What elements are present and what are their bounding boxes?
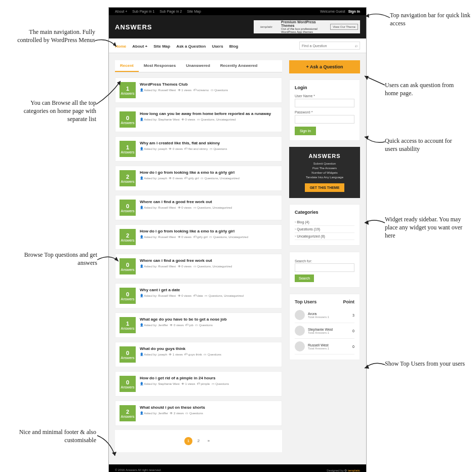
footer-designed: Designed by <box>327 469 343 472</box>
question-item[interactable]: 1AnswersWhy am i created like this, flat… <box>115 136 282 162</box>
question-meta: 👤 Asked by: Jeniffer 👁 0 views 🏷 job ▭ Q… <box>140 323 227 327</box>
question-item[interactable]: 0AnswersWhere can i find a good free wor… <box>115 254 282 279</box>
search-widget: Search for: Search <box>289 252 360 288</box>
question-title[interactable]: What age do you have to be to get a nose… <box>140 317 227 322</box>
header-ad[interactable]: templatic Premium WordPress ThemesOut of… <box>254 20 360 33</box>
footer: © 2016 Answers All right reserved. Desig… <box>109 464 366 472</box>
topbar-about[interactable]: About + <box>115 10 127 13</box>
category-item[interactable]: Blog (4) <box>295 219 354 226</box>
login-title: Login <box>295 85 354 90</box>
ad-logo: templatic <box>254 25 279 28</box>
question-title[interactable]: What do you guys think <box>140 346 221 351</box>
user-row[interactable]: Stephanie WestTotal Answers:10 <box>295 323 354 339</box>
nav-about-[interactable]: About + <box>132 44 147 49</box>
user-sub: Total Answers:1 <box>308 316 349 319</box>
question-title[interactable]: How do i go from looking like a emo to a… <box>140 229 248 233</box>
question-title[interactable]: Where can i find a good free work out <box>140 200 232 204</box>
ask-question-button[interactable]: + Ask a Question <box>289 60 360 73</box>
avatar <box>295 310 305 320</box>
pagination: 12» <box>115 430 282 452</box>
question-item[interactable]: 2AnswersHow do i go from looking like a … <box>115 224 282 250</box>
nav-home[interactable]: Home <box>115 44 126 49</box>
answer-count-badge: 0Answers <box>120 346 136 363</box>
question-meta: 👤 Asked by: Russell West 👁 1 views 🏷 scr… <box>140 88 228 92</box>
question-meta: 👤 Asked by: Russell West 👁 0 views 🏷 gir… <box>140 235 248 239</box>
password-input[interactable] <box>295 115 354 124</box>
topbar-sp1[interactable]: Sub Page in 1 <box>132 10 154 13</box>
page-»[interactable]: » <box>205 437 213 445</box>
username-input[interactable] <box>295 99 354 107</box>
question-item[interactable]: 1AnswersWordPress Themes Club👤 Asked by:… <box>115 77 282 103</box>
signin-link[interactable]: Sign in <box>348 10 360 13</box>
top-bar: About + Sub Page in 1 Sub Page in 2 Site… <box>109 8 366 15</box>
nav-ask-a-question[interactable]: Ask a Question <box>176 44 206 49</box>
question-item[interactable]: 0AnswersWhat do you guys think👤 Asked by… <box>115 342 282 367</box>
tab-most-responses[interactable]: Most Responses <box>139 60 181 72</box>
annot-footer: Nice and minimal footer & also customisa… <box>10 428 96 444</box>
question-title[interactable]: Where can i find a good free work out <box>140 258 232 263</box>
page-1[interactable]: 1 <box>184 437 192 445</box>
answer-count-badge: 2Answers <box>120 405 136 421</box>
question-title[interactable]: What should i put on these shorts <box>140 405 205 410</box>
user-name: Russell West <box>308 343 349 347</box>
login-widget: Login User Name * Password * Sign In <box>289 80 360 141</box>
app-screenshot: About + Sub Page in 1 Sub Page in 2 Site… <box>108 7 367 472</box>
question-title[interactable]: How do i get rid of a pimple in 24 hours <box>140 376 229 380</box>
topbar-sp2[interactable]: Sub Page in 2 <box>160 10 182 13</box>
annot-topnav: Top navigation bar for quick link access <box>390 11 471 27</box>
user-row[interactable]: Russell WestTotal Answers:10 <box>295 339 354 355</box>
question-meta: 👤 Asked by: Russell West 👁 0 views ▭ Que… <box>140 206 232 209</box>
tab-recently-answered[interactable]: Recently Answered <box>215 60 263 72</box>
question-item[interactable]: 1AnswersWhat age do you have to be to ge… <box>115 312 282 338</box>
question-meta: 👤 Asked by: Jeniffer 👁 2 views ▭ Questio… <box>140 411 205 415</box>
tab-unanswered[interactable]: Unanswered <box>181 60 215 72</box>
search-for-label: Search for: <box>295 259 312 263</box>
question-title[interactable]: How long can you be away from home befor… <box>140 111 271 116</box>
annot-browse-cats: You can Browse all the top categories on… <box>5 99 96 124</box>
annot-users: Show Top Users from your users <box>385 360 466 368</box>
topbar-sitemap[interactable]: Site Map <box>187 10 201 13</box>
user-name: Arora <box>308 312 349 316</box>
tab-recent[interactable]: Recent <box>115 60 139 72</box>
search-input[interactable] <box>302 44 355 48</box>
signin-button[interactable]: Sign In <box>295 127 316 135</box>
answer-count-badge: 1Answers <box>120 82 136 98</box>
annot-topq: Browse Top questions and get answers <box>16 251 97 267</box>
question-title[interactable]: Why cant i get a date <box>140 288 244 292</box>
question-meta: 👤 Asked by: Stephanie West 👁 0 views ▭ Q… <box>140 117 271 121</box>
nav-site-map[interactable]: Site Map <box>153 44 170 49</box>
category-item[interactable]: Questions (19) <box>295 226 354 233</box>
search-box[interactable]: ⌕ <box>299 42 360 50</box>
user-points: 3 <box>352 313 354 317</box>
category-item[interactable]: Uncategorized (8) <box>295 233 354 240</box>
site-logo[interactable]: ANSWERS <box>115 23 152 31</box>
search-icon[interactable]: ⌕ <box>355 43 358 48</box>
question-item[interactable]: 0AnswersWhere can i find a good free wor… <box>115 195 282 220</box>
search-for-input[interactable] <box>295 263 354 272</box>
question-title[interactable]: Why am i created like this, flat and ski… <box>140 141 227 145</box>
ad-button[interactable]: View Our Theme <box>330 24 358 30</box>
question-item[interactable]: 2AnswersWhat should i put on these short… <box>115 401 282 426</box>
question-title[interactable]: WordPress Themes Club <box>140 82 228 87</box>
question-meta: 👤 Asked by: Russell West 👁 0 views 🏷 dat… <box>140 294 244 297</box>
promo-line1: Submit Question <box>293 162 356 165</box>
nav-users[interactable]: Users <box>212 44 223 49</box>
question-meta: 👤 Asked by: Stephanie West 👁 1 views 🏷 p… <box>140 382 229 385</box>
promo-line4: Tanslate Into Any Language <box>293 176 356 179</box>
question-title[interactable]: How do i go from looking like a emo to a… <box>140 170 240 175</box>
search-for-button[interactable]: Search <box>295 274 314 282</box>
nav-blog[interactable]: Blog <box>229 44 239 49</box>
question-item[interactable]: 2AnswersHow do i go from looking like a … <box>115 166 282 191</box>
question-item[interactable]: 0AnswersHow long can you be away from ho… <box>115 107 282 132</box>
page-2[interactable]: 2 <box>194 437 203 445</box>
top-users-widget: Top Users Point AroraTotal Answers:13Ste… <box>289 294 360 360</box>
question-item[interactable]: 0AnswersHow do i get rid of a pimple in … <box>115 371 282 397</box>
user-row[interactable]: AroraTotal Answers:13 <box>295 307 354 323</box>
user-sub: Total Answers:1 <box>308 347 349 350</box>
footer-brand[interactable]: templatic <box>348 469 360 472</box>
annot-ask: Users can ask question from home page. <box>385 81 466 97</box>
get-theme-button[interactable]: GET THIS THEME <box>305 183 345 192</box>
answer-count-badge: 0Answers <box>120 200 136 216</box>
question-item[interactable]: 0AnswersWhy cant i get a date👤 Asked by:… <box>115 283 282 308</box>
user-points: 0 <box>352 329 354 333</box>
